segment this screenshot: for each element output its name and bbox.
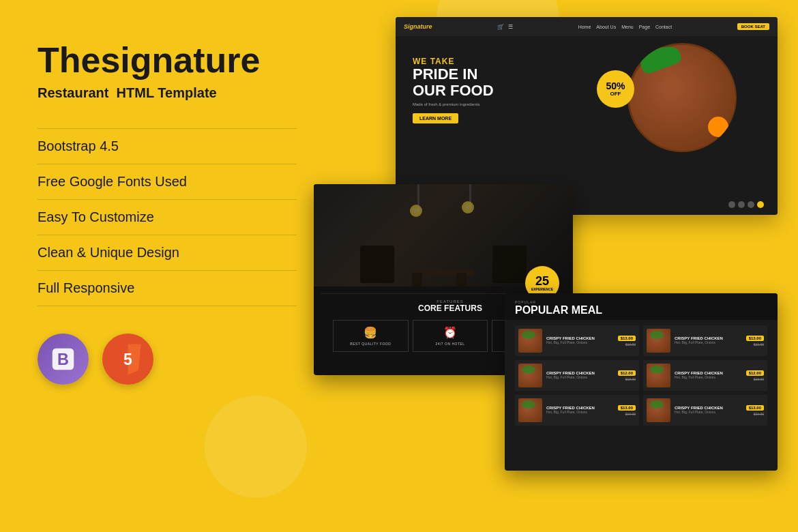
feature-fonts: Free Google Fonts Used xyxy=(38,164,297,200)
experience-num: 25 xyxy=(535,275,549,287)
menu-price-current-4: $12.00 xyxy=(746,370,764,376)
menu-item-desc-6: Hot, Big, Full Plate, Onions xyxy=(675,410,742,415)
bg-deco-circle-bottom xyxy=(205,396,307,498)
screenshots-area: Signature 🛒 ☰ Home About Us Menu Page Co… xyxy=(307,0,798,532)
food-quality-label: BEST QUALITY FOOD xyxy=(336,342,405,346)
menu-price-old-6: $19.00 xyxy=(754,412,764,416)
feature-item-hotel: ⏰ 24/7 ON HOTEL xyxy=(413,320,488,352)
hero-book-btn[interactable]: BOOK SEAT xyxy=(737,23,769,30)
menu-price-current-5: $13.00 xyxy=(618,405,636,411)
menu-item-info-2: CRISPY FRIED CHICKEN Hot, Big, Full Plat… xyxy=(675,336,742,345)
menu-item-info-1: CRISPY FRIED CHICKEN Hot, Big, Full Plat… xyxy=(546,336,614,345)
menu-item: CRISPY FRIED CHICKEN Hot, Big, Full Plat… xyxy=(643,325,767,356)
hero-text: WE TAKE PRIDE IN OUR FOOD Made of fresh … xyxy=(413,57,494,123)
menu-price-old-5: $19.00 xyxy=(625,412,636,416)
hero-tagline: WE TAKE xyxy=(413,57,494,66)
menu-item-info-6: CRISPY FRIED CHICKEN Hot, Big, Full Plat… xyxy=(675,406,742,415)
dot-4-active[interactable] xyxy=(757,201,764,208)
product-title: Thesignature xyxy=(38,41,297,80)
menu-item: CRISPY FRIED CHICKEN Hot, Big, Full Plat… xyxy=(515,395,639,426)
menu-item-image-1 xyxy=(518,329,542,353)
hero-carousel-dots xyxy=(728,201,764,208)
menu-item-info-5: CRISPY FRIED CHICKEN Hot, Big, Full Plat… xyxy=(546,406,614,415)
menu-item: CRISPY FRIED CHICKEN Hot, Big, Full Plat… xyxy=(515,325,639,356)
svg-text:5: 5 xyxy=(123,351,132,368)
menu-item-desc-4: Hot, Big, Full Plate, Onions xyxy=(675,375,742,380)
menu-item-image-4 xyxy=(647,364,670,387)
menu-item-prices-4: $12.00 $18.00 xyxy=(746,370,764,381)
bootstrap-badge: B xyxy=(38,334,89,385)
hero-nav-links: Home About Us Menu Page Contact xyxy=(578,25,672,29)
features-list: Bootstrap 4.5 Free Google Fonts Used Eas… xyxy=(38,128,297,306)
screenshot-popular-meal: POPULAR POPULAR MEAL CRISPY FRIED CHICKE… xyxy=(505,293,778,471)
menu-item-prices-2: $13.00 $19.00 xyxy=(746,336,764,346)
menu-price-old-1: $19.00 xyxy=(625,342,636,346)
menu-item-image-2 xyxy=(647,329,670,353)
food-circle xyxy=(630,45,735,151)
menu-grid: CRISPY FRIED CHICKEN Hot, Big, Full Plat… xyxy=(505,320,778,431)
badge-row: B 5 xyxy=(38,334,297,385)
svg-text:B: B xyxy=(57,351,69,368)
menu-title: POPULAR MEAL xyxy=(515,304,767,316)
menu-item-desc-5: Hot, Big, Full Plate, Onions xyxy=(546,410,614,415)
html5-badge: 5 xyxy=(102,334,153,385)
hero-food-image xyxy=(627,43,737,152)
feature-responsive: Full Responsive xyxy=(38,271,297,306)
menu-price-current-2: $13.00 xyxy=(746,336,764,341)
hero-subtext: Made of fresh & premium ingredients xyxy=(413,102,494,106)
food-orange xyxy=(708,117,728,137)
menu-item-prices-6: $13.00 $19.00 xyxy=(746,405,764,416)
hero-navbar: Signature 🛒 ☰ Home About Us Menu Page Co… xyxy=(396,17,778,36)
discount-off: OFF xyxy=(610,91,621,97)
menu-price-old-4: $18.00 xyxy=(754,377,764,381)
feature-item-food: 🍔 BEST QUALITY FOOD xyxy=(333,320,409,352)
feature-design: Clean & Unique Design xyxy=(38,235,297,271)
dot-2[interactable] xyxy=(738,201,745,208)
hero-brand: Signature xyxy=(404,23,432,30)
menu-header: POPULAR POPULAR MEAL xyxy=(505,293,778,320)
food-quality-icon: 🍔 xyxy=(336,326,405,339)
menu-price-old-2: $19.00 xyxy=(754,342,764,346)
menu-price-old-3: $18.00 xyxy=(625,377,636,381)
menu-item-info-3: CRISPY FRIED CHICKEN Hot, Big, Full Plat… xyxy=(546,371,614,380)
discount-pct: 50% xyxy=(606,81,625,91)
menu-item-desc-1: Hot, Big, Full Plate, Onions xyxy=(546,340,614,345)
menu-item: CRISPY FRIED CHICKEN Hot, Big, Full Plat… xyxy=(643,360,767,391)
feature-customize: Easy To Customize xyxy=(38,200,297,235)
discount-badge: 50% OFF xyxy=(597,70,634,108)
hero-icons: 🛒 ☰ xyxy=(497,24,513,30)
left-panel: Thesignature Restaurant HTML Template Bo… xyxy=(38,41,297,385)
menu-item-desc-3: Hot, Big, Full Plate, Onions xyxy=(546,375,614,380)
menu-item-prices-3: $12.00 $18.00 xyxy=(618,370,636,381)
menu-item-info-4: CRISPY FRIED CHICKEN Hot, Big, Full Plat… xyxy=(675,371,742,380)
hero-headline: PRIDE IN OUR FOOD xyxy=(413,66,494,99)
menu-price-current-1: $13.00 xyxy=(618,336,636,341)
menu-item-image-5 xyxy=(518,398,542,422)
subtitle-plain: Restaurant xyxy=(38,85,108,100)
menu-item: CRISPY FRIED CHICKEN Hot, Big, Full Plat… xyxy=(643,395,767,426)
subtitle-bold: HTML Template xyxy=(117,85,217,100)
menu-price-current-6: $13.00 xyxy=(746,405,764,411)
hotel-24-label: 24/7 ON HOTEL xyxy=(416,342,485,346)
dot-3[interactable] xyxy=(748,201,754,208)
menu-item-image-6 xyxy=(647,398,670,422)
hero-learn-btn[interactable]: LEARN MORE xyxy=(413,113,458,123)
menu-price-current-3: $12.00 xyxy=(618,370,636,376)
menu-item-prices-5: $13.00 $19.00 xyxy=(618,405,636,416)
experience-label: EXPERIENCE xyxy=(531,287,553,291)
hotel-24-icon: ⏰ xyxy=(416,326,485,339)
feature-bootstrap: Bootstrap 4.5 xyxy=(38,128,297,164)
menu-item: CRISPY FRIED CHICKEN Hot, Big, Full Plat… xyxy=(515,360,639,391)
menu-item-prices-1: $13.00 $19.00 xyxy=(618,336,636,346)
menu-item-image-3 xyxy=(518,364,542,387)
product-subtitle: Restaurant HTML Template xyxy=(38,85,297,101)
food-greens xyxy=(637,43,683,75)
menu-item-desc-2: Hot, Big, Full Plate, Onions xyxy=(675,340,742,345)
dot-1[interactable] xyxy=(728,201,735,208)
